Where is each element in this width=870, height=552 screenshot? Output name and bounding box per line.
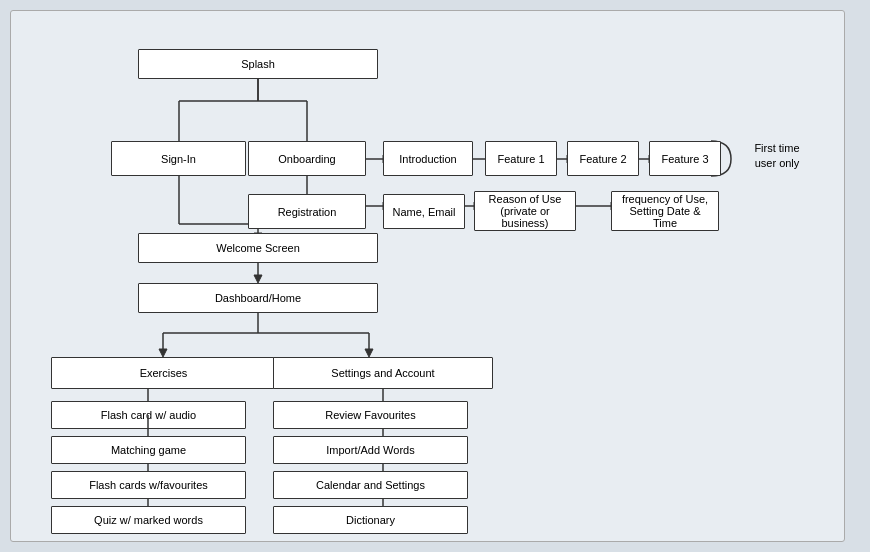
settings-account-label: Settings and Account	[331, 367, 434, 379]
frequency-box: frequency of Use, Setting Date & Time	[611, 191, 719, 231]
exercises-box: Exercises	[51, 357, 276, 389]
name-email-box: Name, Email	[383, 194, 465, 229]
flash-cards-favourites-box: Flash cards w/favourites	[51, 471, 246, 499]
svg-marker-35	[365, 349, 373, 357]
signin-label: Sign-In	[161, 153, 196, 165]
registration-label: Registration	[278, 206, 337, 218]
settings-account-box: Settings and Account	[273, 357, 493, 389]
review-fav-label: Review Favourites	[325, 409, 415, 421]
registration-box: Registration	[248, 194, 366, 229]
onboarding-box: Onboarding	[248, 141, 366, 176]
quiz-marked-box: Quiz w/ marked words	[51, 506, 246, 534]
dictionary-label: Dictionary	[346, 514, 395, 526]
introduction-box: Introduction	[383, 141, 473, 176]
dictionary-box: Dictionary	[273, 506, 468, 534]
svg-marker-32	[159, 349, 167, 357]
feature2-label: Feature 2	[579, 153, 626, 165]
flash-card-audio-label: Flash card w/ audio	[101, 409, 196, 421]
feature2-box: Feature 2	[567, 141, 639, 176]
diagram-area: Splash Sign-In Onboarding Introduction F…	[10, 10, 845, 542]
calendar-settings-box: Calendar and Settings	[273, 471, 468, 499]
flash-card-audio-box: Flash card w/ audio	[51, 401, 246, 429]
splash-box: Splash	[138, 49, 378, 79]
signin-box: Sign-In	[111, 141, 246, 176]
matching-game-box: Matching game	[51, 436, 246, 464]
quiz-marked-label: Quiz w/ marked words	[94, 514, 203, 526]
reason-box: Reason of Use (private or business)	[474, 191, 576, 231]
matching-game-label: Matching game	[111, 444, 186, 456]
onboarding-label: Onboarding	[278, 153, 336, 165]
introduction-label: Introduction	[399, 153, 456, 165]
feature1-box: Feature 1	[485, 141, 557, 176]
calendar-settings-label: Calendar and Settings	[316, 479, 425, 491]
import-add-label: Import/Add Words	[326, 444, 414, 456]
feature3-label: Feature 3	[661, 153, 708, 165]
first-time-label: First time user only	[737, 141, 817, 172]
feature1-label: Feature 1	[497, 153, 544, 165]
dashboard-label: Dashboard/Home	[215, 292, 301, 304]
feature3-box: Feature 3	[649, 141, 721, 176]
exercises-label: Exercises	[140, 367, 188, 379]
dashboard-box: Dashboard/Home	[138, 283, 378, 313]
frequency-label: frequency of Use, Setting Date & Time	[617, 193, 713, 229]
welcome-screen-label: Welcome Screen	[216, 242, 300, 254]
welcome-screen-box: Welcome Screen	[138, 233, 378, 263]
splash-label: Splash	[241, 58, 275, 70]
svg-marker-28	[254, 275, 262, 283]
reason-label: Reason of Use (private or business)	[480, 193, 570, 229]
import-add-box: Import/Add Words	[273, 436, 468, 464]
name-email-label: Name, Email	[393, 206, 456, 218]
review-favourites-box: Review Favourites	[273, 401, 468, 429]
flash-cards-fav-label: Flash cards w/favourites	[89, 479, 208, 491]
